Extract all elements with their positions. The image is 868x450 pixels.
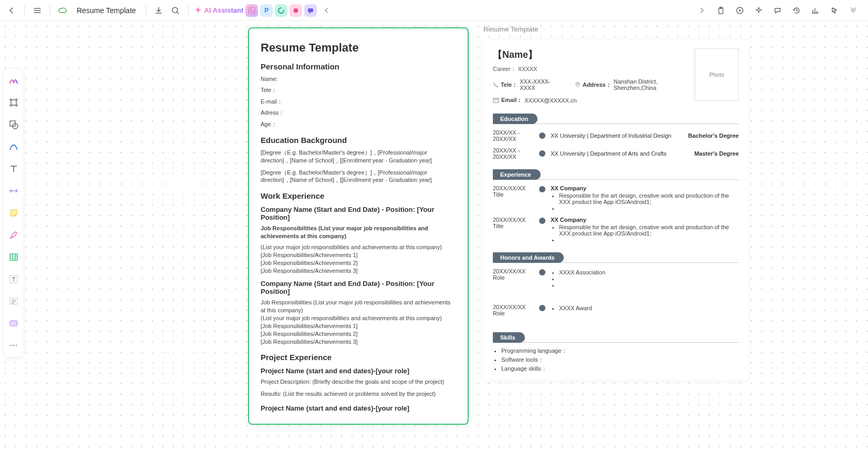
- education-row: 20XX/XX - 20XX/XX XX University | Depart…: [493, 129, 739, 142]
- svg-point-2: [250, 8, 252, 10]
- section-experience-hdr: Experience: [493, 169, 541, 180]
- app-chip-x[interactable]: [290, 4, 302, 17]
- logo-tool[interactable]: [6, 73, 21, 88]
- contact-tele: Tele：XXX-XXXX-XXXX: [493, 78, 562, 91]
- curve-tool[interactable]: [6, 139, 21, 154]
- cloud-sync-icon[interactable]: [56, 3, 70, 18]
- divider: [50, 5, 50, 16]
- app-chip-p[interactable]: P: [260, 4, 273, 17]
- divider: [493, 342, 739, 343]
- section-honors-hdr: Honors and Awards: [493, 252, 564, 263]
- frame-tool[interactable]: [6, 95, 21, 110]
- edu-template-1: [Degree（E.g. Bachelor/Master's degree）]，…: [261, 149, 456, 165]
- cursor-icon[interactable]: [827, 3, 842, 18]
- contact-address: Address：Nanshan District, Shenzhen,China: [575, 78, 695, 91]
- field-age: Age：: [261, 120, 456, 128]
- job-resp-line: [Job Responsibilities/Achievements 2]: [261, 330, 456, 338]
- divider: [24, 5, 25, 16]
- play-icon[interactable]: [732, 3, 747, 18]
- skill-item: Programming language：: [501, 347, 739, 355]
- timeline-dot: [539, 269, 545, 275]
- svg-rect-10: [10, 254, 17, 260]
- canvas-page-label: Resume Template: [483, 25, 539, 33]
- resume-name: 【Name】: [493, 48, 695, 61]
- chart-icon[interactable]: [808, 3, 823, 18]
- skill-item: Software tools：: [501, 356, 739, 364]
- job-resp-line: [Job Responsibilities/Achievements 1]: [261, 322, 456, 330]
- svg-rect-1: [249, 7, 255, 14]
- expand-right-button[interactable]: [695, 3, 709, 18]
- honors-row: 20XX/XX/XXRole XXXX Award: [493, 304, 739, 316]
- section-education-hdr: Education: [493, 114, 538, 124]
- back-button[interactable]: [4, 3, 19, 18]
- phone-icon: [493, 81, 499, 88]
- menu-button[interactable]: [30, 3, 45, 18]
- more-icon[interactable]: [846, 3, 861, 18]
- comment-icon[interactable]: [770, 3, 785, 18]
- card-tool[interactable]: [6, 316, 21, 331]
- field-email: E-mail：: [261, 98, 456, 106]
- project-desc: Project Description: (Briefly describe t…: [261, 378, 456, 386]
- more-tools[interactable]: [6, 338, 21, 353]
- connector-tool[interactable]: [6, 183, 21, 198]
- timeline-dot: [539, 218, 545, 224]
- search-button[interactable]: [168, 3, 183, 18]
- job-resp-bold: Job Responsibilities (List your major jo…: [261, 224, 456, 240]
- svg-point-16: [16, 345, 17, 346]
- collapse-apps-button[interactable]: [319, 3, 334, 18]
- honors-row: 20XX/XX/XXRole XXXX Association: [493, 268, 739, 288]
- text-tool[interactable]: [6, 161, 21, 176]
- field-address: Adress：: [261, 109, 456, 117]
- app-chip-e[interactable]: [275, 4, 287, 17]
- project-results: Results: (List the results achieved or p…: [261, 390, 456, 398]
- job-resp-line: (List your major job responsibilities an…: [261, 243, 456, 251]
- ai-assistant-button[interactable]: AI Assistant: [194, 6, 244, 15]
- section-project: Project Experience: [261, 353, 456, 362]
- download-button[interactable]: [151, 3, 166, 18]
- section-work: Work Experience: [261, 191, 456, 200]
- sticky-note-tool[interactable]: [6, 206, 21, 220]
- timeline-dot: [539, 150, 545, 157]
- skill-item: Language skills：: [501, 365, 739, 373]
- svg-point-14: [11, 345, 12, 346]
- app-chip-image[interactable]: [245, 4, 258, 17]
- section-education: Education Background: [261, 136, 456, 145]
- pen-tool[interactable]: [6, 228, 21, 242]
- document-title[interactable]: Resume Template: [77, 6, 136, 15]
- svg-rect-13: [10, 321, 17, 326]
- timeline-dot: [539, 305, 545, 311]
- location-icon: [575, 81, 581, 88]
- template-title: Resume Template: [261, 41, 456, 55]
- text-block-tool[interactable]: [6, 272, 21, 287]
- clipboard-icon[interactable]: [714, 3, 728, 18]
- divider: [188, 5, 189, 16]
- shape-tool[interactable]: [6, 117, 21, 132]
- email-icon: [493, 98, 499, 103]
- photo-placeholder: Photo: [695, 48, 739, 101]
- resume-career: Career： XXXXX: [493, 65, 695, 73]
- svg-rect-4: [308, 8, 313, 12]
- template-document[interactable]: Resume Template Personal Information Nam…: [248, 27, 469, 425]
- resume-document[interactable]: 【Name】 Career： XXXXX Tele：XXX-XXXX-XXXX …: [483, 40, 748, 380]
- job-resp-line: [Job Responsibilities/Achievements 3]: [261, 267, 456, 275]
- table-tool[interactable]: [6, 250, 21, 264]
- app-chip-chat[interactable]: [304, 4, 317, 17]
- divider: [146, 5, 146, 16]
- svg-point-17: [577, 84, 578, 85]
- section-skills-hdr: Skills: [493, 332, 525, 343]
- timeline-dot: [539, 186, 545, 192]
- sparkle-icon[interactable]: [751, 3, 766, 18]
- history-icon[interactable]: [789, 3, 804, 18]
- project-header-2: Project Name (start and end dates)-[your…: [261, 404, 456, 412]
- field-tele: Tele：: [261, 86, 456, 94]
- svg-rect-3: [294, 8, 298, 13]
- svg-point-15: [13, 345, 15, 346]
- left-toolbar: [3, 68, 24, 357]
- job-resp-line: [Job Responsibilities/Achievements 3]: [261, 338, 456, 346]
- company-header-2: Company Name (Start and End Date) - Posi…: [261, 280, 456, 295]
- top-toolbar: Resume Template AI Assistant P: [0, 0, 868, 21]
- job-resp-line: [Job Responsibilities/Achievements 1]: [261, 251, 456, 259]
- timeline-dot: [539, 132, 545, 139]
- skills-list: Programming language： Software tools： La…: [501, 347, 739, 373]
- list-tool[interactable]: [6, 294, 21, 309]
